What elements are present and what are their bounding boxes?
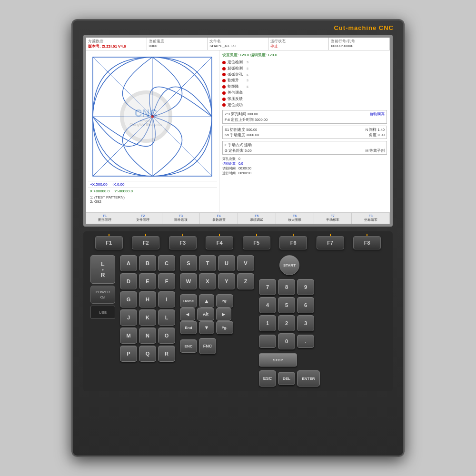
cnc-machine: Cut-machine CNC 方菱数控 版本号: ZI.Z3I.01 V4.0… [71, 19, 405, 457]
key-b[interactable]: B [139, 255, 156, 271]
key-up[interactable]: ▲ [199, 294, 214, 307]
key-dot[interactable]: . [297, 335, 314, 348]
screen-f2-num: F2 [125, 214, 161, 218]
screen-f2-label: 文件管理 [136, 218, 149, 221]
key-fnc[interactable]: FNC [199, 338, 216, 354]
key-pageup[interactable]: Pg↑ [216, 294, 233, 307]
key-8[interactable]: 8 [278, 279, 295, 295]
screen-f6[interactable]: F6 放大图形 [276, 213, 314, 224]
key-down[interactable]: ▼ [199, 321, 214, 334]
key-4[interactable]: 4 [259, 297, 276, 313]
key-z[interactable]: Z [237, 273, 254, 289]
screen-f7-num: F7 [315, 214, 351, 218]
fkey-f3[interactable]: F3 [169, 236, 197, 249]
screen-f3[interactable]: F3 部件选项 [162, 213, 200, 224]
gcode-line1: 1: (TEST PATTERN) [90, 195, 215, 199]
nav-bot-row: End ▼ Pg↓ [180, 321, 254, 334]
screen-f8[interactable]: F8 坐标清零 [352, 213, 390, 224]
param-rise-label: F:6 定位上升时间 3000.00 [225, 117, 268, 122]
key-r[interactable]: R [158, 346, 175, 362]
key-7[interactable]: 7 [259, 279, 276, 295]
key-a[interactable]: A [120, 255, 137, 271]
key-u[interactable]: U [218, 255, 235, 271]
key-1[interactable]: 1 [259, 315, 276, 331]
key-enter[interactable]: ENTER [297, 370, 320, 387]
manual-speed-label: S5 手动速度 3000.00 [225, 132, 259, 138]
cut-length-val: 0.0 [238, 162, 243, 165]
key-5[interactable]: 5 [278, 297, 295, 313]
key-i[interactable]: I [158, 291, 175, 307]
key-t[interactable]: T [199, 255, 216, 271]
key-d[interactable]: D [120, 273, 137, 289]
key-g[interactable]: G [120, 291, 137, 307]
screen-f7[interactable]: F7 手动移车 [314, 213, 352, 224]
key-right[interactable]: ► [216, 307, 231, 321]
key-l[interactable]: L [158, 309, 175, 326]
key-end[interactable]: End [180, 321, 197, 334]
screen-f5-label: 系统调试 [250, 218, 263, 221]
key-0[interactable]: 0 [278, 333, 295, 349]
fkey-f8[interactable]: F8 [353, 236, 381, 249]
key-f[interactable]: F [158, 273, 175, 289]
fkey-f6[interactable]: F6 [279, 236, 307, 249]
key-3[interactable]: 3 [297, 315, 314, 331]
fkey-f2[interactable]: F2 [132, 236, 159, 249]
key-6[interactable]: 6 [297, 297, 314, 313]
screen-f1[interactable]: F1 图形管理 [86, 213, 124, 224]
start-row: START [259, 255, 320, 275]
key-c[interactable]: C [158, 255, 175, 271]
key-s[interactable]: S [180, 255, 197, 271]
indicator-1: 定位检测s [222, 60, 387, 66]
key-k[interactable]: K [139, 309, 156, 326]
coord-display-y: X:+00000.0 Y:-00000.0 [88, 188, 217, 194]
indicator-3: 弧弧穿孔s [222, 72, 387, 78]
screen-right-panel: 设置弧度: 129.0 编辑弧度: 129.0 定位检测s 起弧检测s 弧弧穿孔… [219, 50, 390, 212]
indicator-8: 定位成功 [222, 102, 387, 109]
screen-f5[interactable]: F5 系统调试 [238, 213, 276, 224]
y-neg-display: Y:-00000.0 [114, 189, 133, 193]
key-start[interactable]: START [279, 255, 299, 275]
power-key[interactable]: POWERO/I [90, 286, 115, 304]
indicator-6: 关估调高 [222, 90, 387, 96]
coord-display: +X:500.00 -X:0.00 [88, 181, 217, 188]
screen-f3-label: 部件选项 [174, 218, 188, 221]
key-p[interactable]: P [120, 346, 137, 362]
fkey-f4[interactable]: F4 [206, 236, 233, 249]
key-pagedown[interactable]: Pg↓ [216, 321, 233, 334]
indicator-4: 割炬升s [222, 78, 387, 84]
key-enc[interactable]: ENC [180, 339, 197, 353]
screen-f2[interactable]: F2 文件管理 [124, 213, 162, 224]
key-n[interactable]: N [139, 327, 156, 344]
key-o[interactable]: O [158, 327, 175, 344]
key-e[interactable]: E [139, 273, 156, 289]
fkey-f5[interactable]: F5 [243, 236, 270, 249]
stop-row: STOP [259, 353, 320, 367]
key-w[interactable]: W [180, 273, 197, 289]
fkey-f7[interactable]: F7 [317, 236, 344, 249]
key-v[interactable]: V [237, 255, 254, 271]
key-j[interactable]: J [120, 309, 137, 326]
key-minus[interactable]: - [259, 335, 276, 348]
key-q[interactable]: Q [139, 346, 156, 362]
gcode-line2: 2: G92 [90, 199, 215, 204]
cnc-pattern-area: CNC Brother ChangWei Electronics +X:500.… [86, 50, 219, 212]
key-9[interactable]: 9 [297, 279, 314, 295]
key-x[interactable]: X [199, 273, 216, 289]
key-esc[interactable]: ESC [259, 370, 276, 387]
key-h[interactable]: H [139, 291, 156, 307]
fkey-f1[interactable]: F1 [95, 236, 123, 249]
pierce-label: 穿孔次数 [222, 157, 236, 160]
key-alt[interactable]: Alt [197, 307, 214, 321]
fkey-row: F1 F2 F3 F4 F5 F6 F7 F8 [90, 236, 386, 249]
key-2[interactable]: 2 [278, 315, 295, 331]
key-m[interactable]: M [120, 327, 137, 344]
key-stop[interactable]: STOP [259, 353, 297, 367]
screen-f7-label: 手动移车 [326, 218, 339, 221]
key-y[interactable]: Y [218, 273, 235, 289]
key-del[interactable]: DEL [278, 372, 295, 385]
key-home[interactable]: Home [180, 294, 197, 307]
lr-key[interactable]: L ● R [90, 255, 115, 284]
indicator-label-8: 定位成功 [228, 102, 243, 109]
key-left[interactable]: ◄ [180, 307, 195, 321]
screen-f4[interactable]: F4 参数设置 [200, 213, 238, 224]
